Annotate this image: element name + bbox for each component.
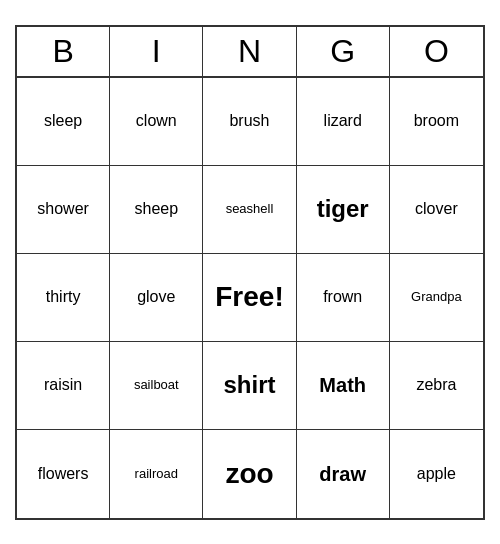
cell-text: shower bbox=[37, 199, 89, 218]
bingo-cell[interactable]: apple bbox=[390, 430, 483, 518]
cell-text: seashell bbox=[226, 201, 274, 217]
bingo-cell[interactable]: sleep bbox=[17, 78, 110, 166]
cell-text: Free! bbox=[215, 280, 283, 314]
cell-text: raisin bbox=[44, 375, 82, 394]
cell-text: zoo bbox=[225, 457, 273, 491]
bingo-cell[interactable]: brush bbox=[203, 78, 296, 166]
cell-text: apple bbox=[417, 464, 456, 483]
bingo-cell[interactable]: railroad bbox=[110, 430, 203, 518]
bingo-cell[interactable]: sailboat bbox=[110, 342, 203, 430]
cell-text: tiger bbox=[317, 195, 369, 224]
bingo-cell[interactable]: Math bbox=[297, 342, 390, 430]
cell-text: clover bbox=[415, 199, 458, 218]
bingo-cell[interactable]: Free! bbox=[203, 254, 296, 342]
cell-text: zebra bbox=[416, 375, 456, 394]
cell-text: thirty bbox=[46, 287, 81, 306]
cell-text: Math bbox=[319, 373, 366, 397]
header-letter: I bbox=[110, 27, 203, 76]
bingo-cell[interactable]: raisin bbox=[17, 342, 110, 430]
bingo-cell[interactable]: tiger bbox=[297, 166, 390, 254]
bingo-grid: sleepclownbrushlizardbroomshowersheepsea… bbox=[17, 78, 483, 518]
bingo-cell[interactable]: seashell bbox=[203, 166, 296, 254]
bingo-cell[interactable]: frown bbox=[297, 254, 390, 342]
cell-text: sleep bbox=[44, 111, 82, 130]
bingo-header: BINGO bbox=[17, 27, 483, 78]
bingo-cell[interactable]: shower bbox=[17, 166, 110, 254]
bingo-cell[interactable]: zoo bbox=[203, 430, 296, 518]
cell-text: shirt bbox=[223, 371, 275, 400]
bingo-cell[interactable]: flowers bbox=[17, 430, 110, 518]
bingo-cell[interactable]: thirty bbox=[17, 254, 110, 342]
bingo-cell[interactable]: shirt bbox=[203, 342, 296, 430]
cell-text: lizard bbox=[324, 111, 362, 130]
cell-text: sailboat bbox=[134, 377, 179, 393]
bingo-cell[interactable]: Grandpa bbox=[390, 254, 483, 342]
bingo-cell[interactable]: zebra bbox=[390, 342, 483, 430]
bingo-cell[interactable]: clown bbox=[110, 78, 203, 166]
bingo-cell[interactable]: broom bbox=[390, 78, 483, 166]
cell-text: draw bbox=[319, 462, 366, 486]
cell-text: Grandpa bbox=[411, 289, 462, 305]
header-letter: N bbox=[203, 27, 296, 76]
cell-text: clown bbox=[136, 111, 177, 130]
cell-text: frown bbox=[323, 287, 362, 306]
bingo-cell[interactable]: draw bbox=[297, 430, 390, 518]
bingo-cell[interactable]: clover bbox=[390, 166, 483, 254]
cell-text: broom bbox=[414, 111, 459, 130]
bingo-cell[interactable]: lizard bbox=[297, 78, 390, 166]
cell-text: glove bbox=[137, 287, 175, 306]
header-letter: B bbox=[17, 27, 110, 76]
cell-text: sheep bbox=[134, 199, 178, 218]
header-letter: O bbox=[390, 27, 483, 76]
cell-text: brush bbox=[229, 111, 269, 130]
cell-text: railroad bbox=[135, 466, 178, 482]
header-letter: G bbox=[297, 27, 390, 76]
bingo-card: BINGO sleepclownbrushlizardbroomshowersh… bbox=[15, 25, 485, 520]
bingo-cell[interactable]: sheep bbox=[110, 166, 203, 254]
bingo-cell[interactable]: glove bbox=[110, 254, 203, 342]
cell-text: flowers bbox=[38, 464, 89, 483]
